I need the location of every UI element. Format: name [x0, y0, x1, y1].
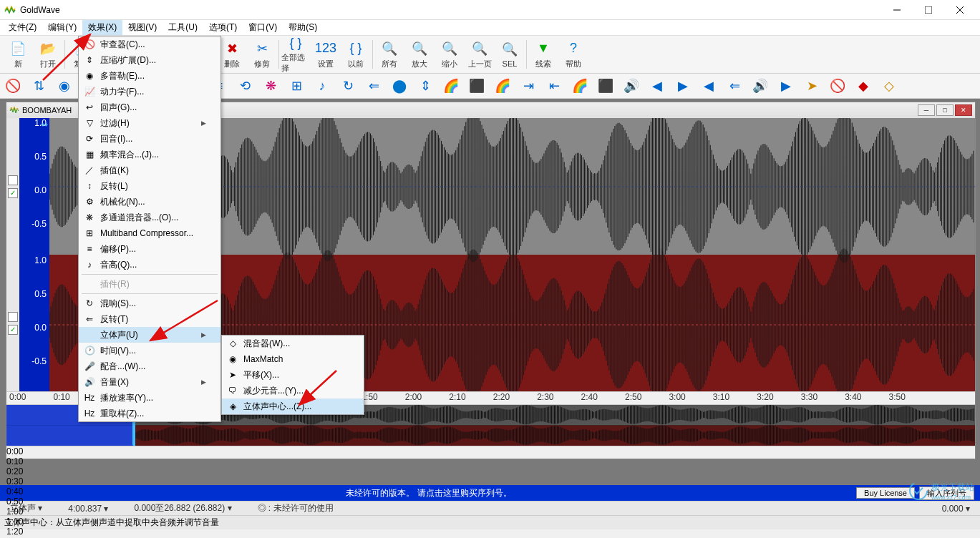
- menu-item-icon: ♪: [82, 260, 97, 270]
- effect-item-回音I[interactable]: ⟳回音(I)...: [79, 131, 220, 147]
- effect-tool-2[interactable]: ◉: [54, 76, 74, 96]
- effect-tool-16[interactable]: ⇕: [415, 76, 435, 96]
- new-button[interactable]: 📄新: [4, 38, 32, 71]
- menu-item-icon: 🎤: [82, 361, 97, 371]
- effect-tool-34[interactable]: ◇: [879, 76, 899, 96]
- stereo-item-立体声中心Z[interactable]: ◈立体声中心...(Z)...: [222, 398, 364, 414]
- effect-tool-20[interactable]: ⇥: [518, 76, 538, 96]
- menu-item-icon: 🔊: [82, 377, 97, 387]
- effect-item-重取样Z[interactable]: Hz重取样(Z)...: [79, 406, 220, 421]
- effect-tool-18[interactable]: ⬛: [467, 76, 487, 96]
- sel-button[interactable]: 🔍SEL: [495, 38, 524, 71]
- menu-edit[interactable]: 编辑(Y): [42, 20, 82, 35]
- effect-item-混响S[interactable]: ↻混响(S)...: [79, 295, 220, 311]
- effect-tool-9[interactable]: ⟲: [235, 76, 255, 96]
- effect-item-审查器C[interactable]: 🚫审查器(C)...: [79, 36, 220, 52]
- stereo-item-减少元音Y[interactable]: 🗨减少元音...(Y)...: [222, 383, 364, 398]
- menu-view[interactable]: 视图(V): [122, 20, 162, 35]
- effect-item-多普勒E[interactable]: ◉多普勒(E)...: [79, 68, 220, 84]
- trim-button[interactable]: ✂修剪: [248, 38, 276, 71]
- effect-item-插值K[interactable]: ／插值(K): [79, 162, 220, 178]
- effect-tool-32[interactable]: 🚫: [828, 76, 848, 96]
- doc-close-button[interactable]: ✕: [955, 104, 972, 116]
- right-channel-mute[interactable]: [8, 312, 18, 322]
- effect-tool-11[interactable]: ⊞: [286, 76, 306, 96]
- close-button[interactable]: [944, 0, 976, 20]
- effect-tool-21[interactable]: ⇤: [544, 76, 564, 96]
- zoom-in-button[interactable]: 🔍放大: [405, 38, 434, 71]
- left-channel-enable[interactable]: ✓: [8, 188, 18, 198]
- effect-item-音高Q[interactable]: ♪音高(Q)...: [79, 257, 220, 273]
- minimize-button[interactable]: [881, 0, 913, 20]
- effect-item-回声G[interactable]: ↩回声(G)...: [79, 99, 220, 115]
- effect-item-音量X[interactable]: 🔊音量(X)▶: [79, 374, 220, 390]
- menu-window[interactable]: 窗口(V): [243, 20, 283, 35]
- menu-tools[interactable]: 工具(U): [162, 20, 203, 35]
- effect-item-反转T[interactable]: ⇐反转(T): [79, 311, 220, 327]
- effect-item-反转L[interactable]: ↕反转(L): [79, 178, 220, 194]
- effect-tool-0[interactable]: 🚫: [3, 76, 23, 96]
- stereo-item-平移X[interactable]: ➤平移(X)...: [222, 367, 364, 383]
- menu-item-icon: ／: [82, 165, 97, 177]
- effect-tool-26[interactable]: ▶: [673, 76, 693, 96]
- effect-item-播放速率Y[interactable]: Hz播放速率(Y)...: [79, 390, 220, 406]
- effect-tool-12[interactable]: ♪: [312, 76, 332, 96]
- effect-tool-10[interactable]: ❋: [261, 76, 281, 96]
- time-tick: 0:10: [53, 392, 69, 402]
- open-button[interactable]: 📂打开: [34, 38, 62, 71]
- zoom-out-button[interactable]: 🔍缩小: [435, 38, 464, 71]
- previous-button[interactable]: { }以前: [341, 38, 370, 71]
- menu-help[interactable]: 帮助(S): [283, 20, 323, 35]
- effect-item-多通道混音器O[interactable]: ❋多通道混音器...(O)...: [79, 210, 220, 225]
- stereo-item-混音器W[interactable]: ◇混音器(W)...: [222, 336, 364, 351]
- effect-tool-15[interactable]: ⬤: [389, 76, 409, 96]
- effect-tool-31[interactable]: ➤: [802, 76, 822, 96]
- effect-item-立体声U[interactable]: 立体声(U)▶: [79, 327, 220, 343]
- cue-button[interactable]: ▼线索: [529, 38, 558, 71]
- delete-button[interactable]: ✖删除: [218, 38, 246, 71]
- effect-item-机械化N[interactable]: ⚙机械化(N)...: [79, 194, 220, 210]
- effect-tool-29[interactable]: 🔊: [750, 76, 770, 96]
- left-channel-mute[interactable]: [8, 175, 18, 185]
- effect-tool-17[interactable]: 🌈: [441, 76, 461, 96]
- effect-item-时间V[interactable]: 🕐时间(V)...: [79, 343, 220, 358]
- effect-tool-19[interactable]: 🌈: [493, 76, 513, 96]
- right-channel-enable[interactable]: ✓: [8, 325, 18, 335]
- time-tick: 2:00: [405, 392, 422, 402]
- effect-item-动力学F[interactable]: 📈动力学(F)...: [79, 84, 220, 99]
- effect-tool-1[interactable]: ⇅: [29, 76, 49, 96]
- select-all-button[interactable]: { }全部选择: [281, 38, 310, 71]
- doc-minimize-button[interactable]: ─: [918, 104, 935, 116]
- effect-item-偏移P[interactable]: ≡偏移(P)...: [79, 241, 220, 257]
- settings-button[interactable]: 123设置: [311, 38, 340, 71]
- effect-item-压缩扩展D[interactable]: ⇕压缩/扩展(D)...: [79, 52, 220, 68]
- effect-tool-25[interactable]: ◀: [647, 76, 667, 96]
- maximize-button[interactable]: [913, 0, 944, 20]
- effect-item-频率混合J[interactable]: ▦频率混合...(J)...: [79, 147, 220, 162]
- doc-maximize-button[interactable]: □: [936, 104, 954, 116]
- help-button[interactable]: ?帮助: [559, 38, 588, 71]
- y-label: 0.5: [34, 289, 47, 299]
- effect-tool-28[interactable]: ⇐: [724, 76, 744, 96]
- effect-tool-27[interactable]: ◀: [699, 76, 719, 96]
- effect-tool-13[interactable]: ↻: [338, 76, 358, 96]
- effect-tool-14[interactable]: ⇐: [364, 76, 384, 96]
- all-button[interactable]: 🔍所有: [375, 38, 404, 71]
- menu-options[interactable]: 选项(T): [203, 20, 243, 35]
- prev-page-button[interactable]: 🔍上一页: [465, 38, 494, 71]
- effect-tool-33[interactable]: ◆: [853, 76, 873, 96]
- effect-item-配音W[interactable]: 🎤配音...(W)...: [79, 358, 220, 374]
- menu-effect[interactable]: 效果(X): [82, 20, 122, 35]
- effect-item-MultibandCompressor[interactable]: ⊞Multiband Compressor...: [79, 225, 220, 241]
- menu-file[interactable]: 文件(Z): [3, 20, 42, 35]
- time-tick: 2:30: [537, 392, 553, 402]
- effect-tool-30[interactable]: ▶: [776, 76, 796, 96]
- stereo-item-MaxMatch[interactable]: ◉MaxMatch: [222, 351, 364, 367]
- svg-point-13: [910, 482, 927, 499]
- effect-item-过滤H[interactable]: ▽过滤(H)▶: [79, 115, 220, 131]
- time-tick: 2:40: [581, 392, 598, 402]
- effect-tool-22[interactable]: 🌈: [570, 76, 590, 96]
- effect-tool-23[interactable]: ⬛: [596, 76, 616, 96]
- menu-item-icon: 📈: [82, 87, 97, 97]
- effect-tool-24[interactable]: 🔊: [621, 76, 641, 96]
